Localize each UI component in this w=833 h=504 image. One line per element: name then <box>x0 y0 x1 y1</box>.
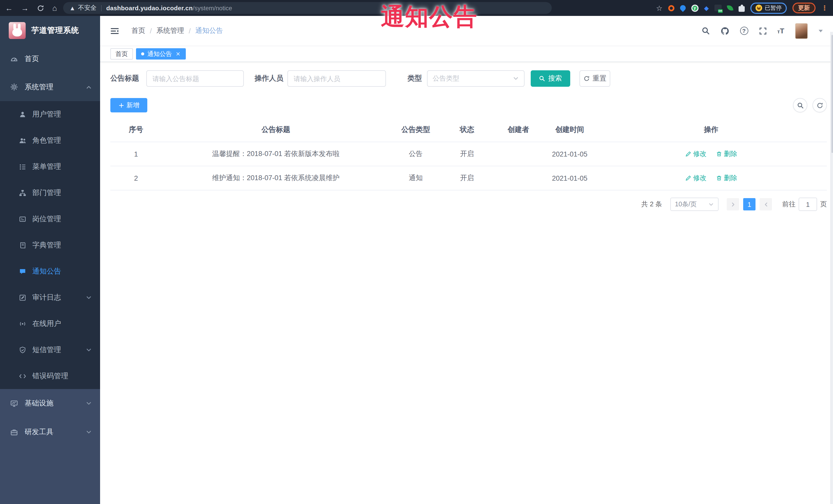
reload-icon[interactable] <box>37 4 44 11</box>
forward-icon[interactable]: → <box>21 4 29 12</box>
refresh-table-button[interactable] <box>812 98 827 113</box>
table-row: 1 温馨提醒：2018-07-01 若依新版本发布啦 公告 开启 2021-01… <box>110 142 827 166</box>
sidebar-item-system[interactable]: 系统管理 <box>0 73 100 101</box>
tab-home[interactable]: 首页 <box>110 48 133 59</box>
search-form: 公告标题 操作人员 类型 公告类型 搜索 重置 <box>110 70 827 87</box>
sidebar-item-posts[interactable]: 岗位管理 <box>0 206 100 232</box>
operator-filter-input[interactable] <box>287 70 386 87</box>
fullscreen-icon[interactable] <box>759 27 766 34</box>
address-bar[interactable]: ▲ 不安全 dashboard.yudao.iocoder.cn/system/… <box>63 2 552 14</box>
header-actions: ? тT <box>701 23 823 39</box>
help-icon[interactable]: ? <box>740 27 748 35</box>
row-actions: 修改 删除 <box>595 149 827 159</box>
security-label[interactable]: 不安全 <box>78 4 96 12</box>
user-icon <box>19 111 26 118</box>
sidebar-collapse-icon[interactable] <box>110 27 119 34</box>
goto-page-input[interactable] <box>799 198 817 211</box>
sidebar-item-home[interactable]: 首页 <box>0 45 100 73</box>
search-icon <box>539 75 545 81</box>
monitor-icon <box>10 400 18 407</box>
sidebar-item-audit-log[interactable]: 审计日志 <box>0 284 100 311</box>
sidebar-item-notice[interactable]: 通知公告 <box>0 258 100 284</box>
sidebar-item-label: 字典管理 <box>32 240 61 250</box>
sidebar-item-sms[interactable]: 短信管理 <box>0 337 100 363</box>
home-icon[interactable]: ⌂ <box>52 4 57 12</box>
code-icon <box>19 373 26 380</box>
reset-button[interactable]: 重置 <box>579 70 610 87</box>
toggle-search-button[interactable] <box>793 98 807 113</box>
page-scrollbar[interactable] <box>830 32 833 504</box>
sidebar-item-infrastructure[interactable]: 基础设施 <box>0 389 100 418</box>
browser-menu-icon[interactable]: ⋮ <box>821 4 828 12</box>
browser-profile-chip[interactable]: 已暂停 <box>751 2 787 14</box>
avatar-caret-down-icon[interactable] <box>818 29 823 32</box>
extension-leaf-icon[interactable] <box>727 5 733 11</box>
operator-filter-label: 操作人员 <box>255 74 283 83</box>
extensions-puzzle-icon[interactable] <box>739 6 745 11</box>
profile-status-label: 已暂停 <box>765 4 782 12</box>
edit-button[interactable]: 修改 <box>685 173 707 183</box>
browser-update-button[interactable]: 更新 <box>792 3 815 13</box>
main-panel: 首页 / 系统管理 / 通知公告 ? тT 首页 <box>100 16 833 504</box>
row-actions: 修改 删除 <box>595 173 827 183</box>
sidebar-item-label: 短信管理 <box>32 345 79 354</box>
type-filter-select[interactable]: 公告类型 <box>427 70 525 87</box>
delete-button[interactable]: 删除 <box>716 173 737 183</box>
user-avatar[interactable] <box>795 23 808 39</box>
cell-create-time: 2021-01-05 <box>544 174 595 182</box>
add-button[interactable]: 新增 <box>110 98 147 113</box>
sidebar-item-label: 首页 <box>25 54 92 64</box>
title-filter-input[interactable] <box>146 70 244 87</box>
sidebar-item-dict[interactable]: 字典管理 <box>0 232 100 258</box>
sidebar-item-menus[interactable]: 菜单管理 <box>0 153 100 179</box>
tab-notice[interactable]: 通知公告 <box>136 48 186 59</box>
table-settings <box>793 98 827 113</box>
sidebar-item-online-users[interactable]: 在线用户 <box>0 311 100 337</box>
sidebar-item-label: 系统管理 <box>25 82 79 92</box>
current-page-button[interactable]: 1 <box>743 198 756 211</box>
breadcrumb-system[interactable]: 系统管理 <box>157 26 184 35</box>
search-icon[interactable] <box>701 27 710 35</box>
delete-button[interactable]: 删除 <box>716 149 737 159</box>
profile-emoji-avatar <box>756 5 762 11</box>
font-size-icon[interactable]: тT <box>777 27 784 35</box>
extension-gem-icon[interactable]: ◆ <box>704 5 709 11</box>
delete-label: 删除 <box>724 149 737 159</box>
breadcrumb-current: 通知公告 <box>195 26 223 35</box>
table-row: 2 维护通知：2018-07-01 若依系统凌晨维护 通知 开启 2021-01… <box>110 166 827 190</box>
sidebar-logo[interactable]: 芋道管理系统 <box>0 16 100 45</box>
edit-label: 修改 <box>693 149 707 159</box>
chevron-down-icon <box>86 429 92 435</box>
sidebar-item-label: 岗位管理 <box>32 214 61 223</box>
prev-page-button[interactable] <box>727 198 739 211</box>
cell-index: 1 <box>110 150 162 158</box>
search-button[interactable]: 搜索 <box>531 70 570 87</box>
reset-button-label: 重置 <box>593 74 606 83</box>
cell-title: 维护通知：2018-07-01 若依系统凌晨维护 <box>162 173 390 183</box>
dashboard-icon <box>10 55 18 63</box>
goto-label: 前往 <box>782 200 795 209</box>
sidebar-item-label: 审计日志 <box>32 293 79 302</box>
extension-green-icon[interactable]: y <box>691 4 698 11</box>
breadcrumb-home[interactable]: 首页 <box>132 26 145 35</box>
url-path: /system/notice <box>193 4 232 11</box>
extension-orange-icon[interactable] <box>668 5 674 11</box>
sidebar-item-error-codes[interactable]: 错误码管理 <box>0 363 100 389</box>
sidebar-item-dev-tools[interactable]: 研发工具 <box>0 418 100 447</box>
extension-switch-icon[interactable]: on <box>714 5 722 11</box>
sidebar-item-label: 菜单管理 <box>32 162 61 171</box>
log-pen-icon <box>19 294 26 301</box>
sidebar-item-departments[interactable]: 部门管理 <box>0 179 100 206</box>
next-page-button[interactable] <box>760 198 772 211</box>
page-size-select[interactable]: 10条/页 <box>670 198 718 211</box>
sidebar-item-users[interactable]: 用户管理 <box>0 101 100 127</box>
extension-pin-icon[interactable] <box>679 4 687 12</box>
edit-button[interactable]: 修改 <box>685 149 707 159</box>
back-icon[interactable]: ← <box>5 4 13 12</box>
sidebar-item-roles[interactable]: 角色管理 <box>0 127 100 153</box>
close-icon[interactable] <box>175 51 181 56</box>
bookmark-star-icon[interactable]: ☆ <box>656 4 662 12</box>
sidebar-item-label: 角色管理 <box>32 136 61 145</box>
github-icon[interactable] <box>720 26 729 35</box>
table-toolbar: 新增 <box>110 98 827 113</box>
